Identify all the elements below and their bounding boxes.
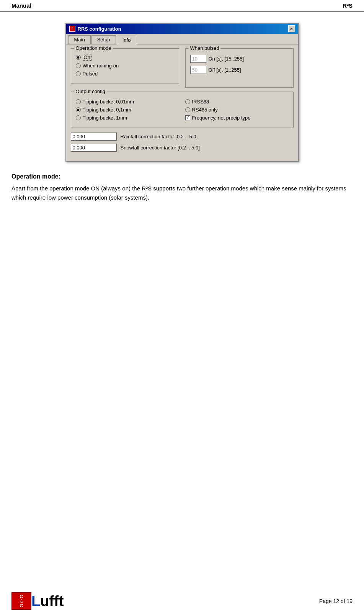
snowfall-correction-input[interactable] — [71, 144, 117, 152]
footer-logo: ℂℒℂ Lufft — [11, 592, 64, 610]
checkbox-label-frequency: Frequency, not precip type — [192, 115, 251, 121]
footer-page-number: Page 12 of 19 — [319, 598, 353, 604]
operation-mode-legend: Operation mode — [74, 45, 113, 51]
dialog-title-left: i RRS configuration — [69, 26, 121, 32]
output-right-col: IRSS88 RS485 only ✓ Frequency, not preci… — [185, 99, 289, 123]
snowfall-correction-label: Snowfall correction factor [0.2 .. 5.0] — [121, 145, 200, 151]
radio-label-irss88: IRSS88 — [192, 99, 209, 105]
rainfall-correction-label: Rainfall correction factor [0.2 .. 5.0] — [121, 134, 198, 139]
dialog-close-button[interactable]: × — [288, 25, 295, 32]
radio-label-1: Tipping bucket 1mm — [83, 115, 127, 121]
radio-circle-001 — [76, 99, 81, 104]
pulsed-on-row: On [s], [15..255] — [190, 55, 289, 63]
when-pulsed-legend: When pulsed — [189, 45, 221, 51]
pulsed-off-input[interactable] — [190, 66, 206, 74]
pulsed-off-label: Off [s], [1..255] — [209, 67, 241, 73]
dialog-container: i RRS configuration × Main Setup Info Op… — [11, 23, 353, 162]
radio-tipping-001[interactable]: Tipping bucket 0,01mm — [76, 99, 179, 105]
logo-text: Lufft — [31, 593, 64, 610]
radio-label-001: Tipping bucket 0,01mm — [83, 99, 134, 105]
checkbox-frequency[interactable]: ✓ Frequency, not precip type — [185, 115, 289, 121]
header-r2s-label: R²S — [343, 2, 353, 9]
operation-mode-group: Operation mode On When raining on — [71, 48, 179, 84]
radio-label-raining: When raining on — [83, 63, 119, 69]
tab-info[interactable]: Info — [117, 36, 137, 44]
dialog-title-text: RRS configuration — [78, 26, 121, 32]
radio-irss88[interactable]: IRSS88 — [185, 99, 289, 105]
when-pulsed-group: When pulsed On [s], [15..255] Off [s], [… — [185, 48, 294, 88]
output-left-col: Tipping bucket 0,01mm Tipping bucket 0,1… — [76, 99, 179, 123]
header-manual-label: Manual — [11, 2, 31, 9]
radio-label-rs485: RS485 only — [192, 107, 218, 113]
pulsed-off-row: Off [s], [1..255] — [190, 66, 289, 74]
rainfall-correction-input[interactable] — [71, 133, 117, 141]
radio-label-01: Tipping bucket 0,1mm — [83, 107, 131, 113]
page-header: Manual R²S — [0, 0, 364, 11]
radio-circle-1 — [76, 115, 81, 120]
dialog-tabs: Main Setup Info — [66, 34, 298, 44]
checkbox-box-frequency: ✓ — [185, 115, 190, 120]
main-content: i RRS configuration × Main Setup Info Op… — [0, 11, 364, 210]
rainfall-correction-row: Rainfall correction factor [0.2 .. 5.0] — [71, 133, 294, 141]
radio-on[interactable]: On — [76, 54, 174, 61]
radio-tipping-1[interactable]: Tipping bucket 1mm — [76, 115, 179, 121]
radio-when-raining[interactable]: When raining on — [76, 63, 174, 69]
dialog-body: Operation mode On When raining on — [66, 44, 298, 161]
radio-circle-rs485 — [185, 107, 190, 112]
pulsed-on-input[interactable] — [190, 55, 206, 63]
radio-tipping-01[interactable]: Tipping bucket 0,1mm — [76, 107, 179, 113]
radio-circle-pulsed — [76, 71, 81, 76]
corrections-section: Rainfall correction factor [0.2 .. 5.0] … — [71, 133, 294, 152]
text-content: Operation mode: Apart from the operation… — [11, 173, 353, 202]
pulsed-on-label: On [s], [15..255] — [209, 56, 244, 62]
radio-pulsed[interactable]: Pulsed — [76, 71, 174, 77]
dialog-titlebar: i RRS configuration × — [66, 24, 298, 34]
radio-circle-raining — [76, 63, 81, 68]
output-config-group: Output config Tipping bucket 0,01mm Tipp… — [71, 92, 294, 128]
radio-rs485[interactable]: RS485 only — [185, 107, 289, 113]
dialog-icon: i — [69, 26, 75, 32]
section-heading: Operation mode: — [11, 173, 353, 180]
radio-circle-01 — [76, 107, 81, 112]
section-paragraph: Apart from the operation mode ON (always… — [11, 184, 353, 202]
radio-label-on: On — [83, 54, 91, 61]
logo-icon: ℂℒℂ — [11, 592, 31, 610]
dialog-window: i RRS configuration × Main Setup Info Op… — [65, 23, 299, 162]
output-config-legend: Output config — [74, 89, 107, 94]
snowfall-correction-row: Snowfall correction factor [0.2 .. 5.0] — [71, 144, 294, 152]
radio-circle-on — [76, 55, 81, 60]
radio-label-pulsed: Pulsed — [83, 71, 98, 77]
tab-main[interactable]: Main — [69, 35, 91, 44]
page-footer: ℂℒℂ Lufft Page 12 of 19 — [0, 589, 364, 613]
tab-setup[interactable]: Setup — [91, 35, 116, 44]
radio-circle-irss88 — [185, 99, 190, 104]
